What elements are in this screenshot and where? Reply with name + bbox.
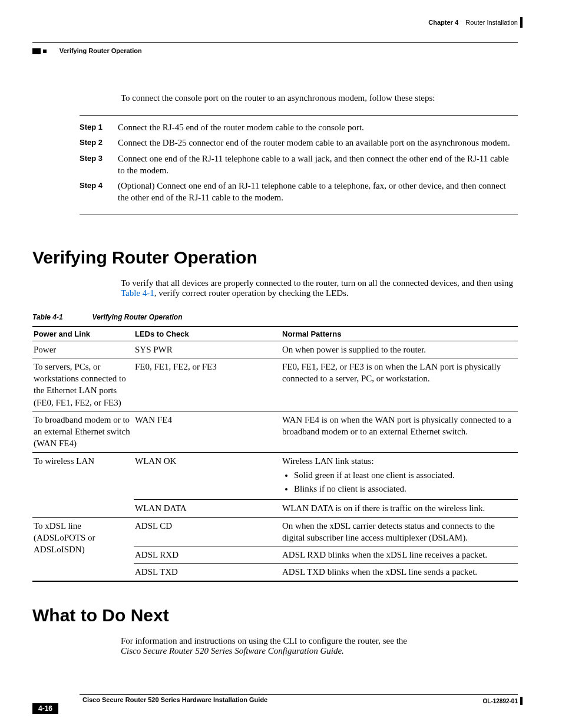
verify-intro: To verify that all devices are properly …: [121, 278, 518, 298]
cell: On when power is supplied to the router.: [281, 341, 518, 358]
table-row: To servers, PCs, or workstations connect…: [32, 358, 518, 411]
cell: Wireless LAN link status: Solid green if…: [281, 452, 518, 500]
table-caption: Table 4-1Verifying Router Operation: [32, 313, 518, 321]
step-label: Step 1: [80, 121, 118, 133]
cell: WLAN OK: [134, 452, 281, 500]
th-leds: LEDs to Check: [134, 327, 281, 341]
steps-bottom-rule: [80, 215, 518, 215]
list-item: Solid green if at least one client is as…: [294, 469, 514, 481]
chapter-number: Chapter 4: [428, 19, 458, 26]
square-icon: [32, 48, 41, 54]
table-row: To wireless LAN WLAN OK Wireless LAN lin…: [32, 452, 518, 500]
table-title: Verifying Router Operation: [92, 313, 183, 321]
led-table: Power and Link LEDs to Check Normal Patt…: [32, 326, 518, 582]
verify-intro-post: , verify correct router operation by che…: [154, 288, 349, 298]
cell: ADSL CD: [134, 517, 281, 546]
table-number: Table 4-1: [32, 313, 63, 321]
cell: WAN FE4 is on when the WAN port is physi…: [281, 411, 518, 452]
step-text: Connect the RJ-45 end of the router mode…: [118, 121, 518, 133]
intro-paragraph: To connect the console port on the route…: [121, 93, 518, 103]
chapter-title: Router Installation: [465, 19, 518, 26]
cell: ADSL TXD blinks when the xDSL line sends…: [281, 564, 518, 581]
next-text-italic: Cisco Secure Router 520 Series Software …: [121, 646, 344, 655]
table-link[interactable]: Table 4-1: [121, 288, 154, 298]
verify-intro-pre: To verify that all devices are properly …: [121, 278, 513, 288]
cell: To wireless LAN: [32, 452, 134, 517]
step-row: Step 4 (Optional) Connect one end of an …: [80, 180, 518, 204]
footer-docid: OL-12892-01: [483, 698, 518, 704]
cell: WLAN DATA: [134, 500, 281, 517]
steps-top-rule: [80, 115, 518, 116]
step-label: Step 3: [80, 153, 118, 177]
cell: Power: [32, 341, 134, 358]
cell: WLAN DATA is on if there is traffic on t…: [281, 500, 518, 517]
footer-bar-icon: [520, 697, 523, 705]
list-item: Blinks if no client is associated.: [294, 483, 514, 495]
footer-rule: [80, 694, 518, 695]
step-row: Step 1 Connect the RJ-45 end of the rout…: [80, 121, 518, 133]
th-power-link: Power and Link: [32, 327, 134, 341]
footer-title: Cisco Secure Router 520 Series Hardware …: [82, 696, 267, 703]
next-text-pre: For information and instructions on usin…: [121, 636, 407, 645]
page-footer: Cisco Secure Router 520 Series Hardware …: [32, 694, 518, 710]
section-label: Verifying Router Operation: [59, 47, 142, 54]
cell: ADSL TXD: [134, 564, 281, 581]
step-label: Step 4: [80, 180, 118, 204]
heading-next: What to Do Next: [32, 605, 518, 625]
cell: To servers, PCs, or workstations connect…: [32, 358, 134, 411]
table-row: To broadband modem or to an external Eth…: [32, 411, 518, 452]
cell: ADSL RXD: [134, 546, 281, 564]
cell: SYS PWR: [134, 341, 281, 358]
heading-verifying: Verifying Router Operation: [32, 248, 518, 268]
small-square-icon: [43, 50, 47, 53]
step-row: Step 2 Connect the DB-25 connector end o…: [80, 137, 518, 149]
cell: ADSL RXD blinks when the xDSL line recei…: [281, 546, 518, 564]
cell-text: Wireless LAN link status:: [282, 456, 374, 466]
header-bar-icon: [520, 17, 523, 28]
step-row: Step 3 Connect one end of the RJ-11 tele…: [80, 153, 518, 177]
table-row: To xDSL line (ADSLoPOTS or ADSLoISDN) AD…: [32, 517, 518, 546]
step-text: Connect the DB-25 connector end of the r…: [118, 137, 518, 149]
step-text: (Optional) Connect one end of an RJ-11 t…: [118, 180, 518, 204]
cell: To broadband modem or to an external Eth…: [32, 411, 134, 452]
next-paragraph: For information and instructions on usin…: [121, 636, 518, 656]
section-header: Verifying Router Operation: [32, 45, 518, 55]
page-number: 4-16: [32, 703, 58, 714]
cell: To xDSL line (ADSLoPOTS or ADSLoISDN): [32, 517, 134, 581]
step-label: Step 2: [80, 137, 118, 149]
cell: FE0, FE1, FE2, or FE3: [134, 358, 281, 411]
cell: WAN FE4: [134, 411, 281, 452]
page-header: Chapter 4 Router Installation: [32, 19, 518, 42]
step-text: Connect one end of the RJ-11 telephone c…: [118, 153, 518, 177]
header-rule: [32, 42, 518, 43]
table-row: Power SYS PWR On when power is supplied …: [32, 341, 518, 358]
header-chapter: Chapter 4 Router Installation: [428, 19, 518, 26]
steps-list: Step 1 Connect the RJ-45 end of the rout…: [80, 121, 518, 204]
cell: FE0, FE1, FE2, or FE3 is on when the LAN…: [281, 358, 518, 411]
th-patterns: Normal Patterns: [281, 327, 518, 341]
cell: On when the xDSL carrier detects status …: [281, 517, 518, 546]
